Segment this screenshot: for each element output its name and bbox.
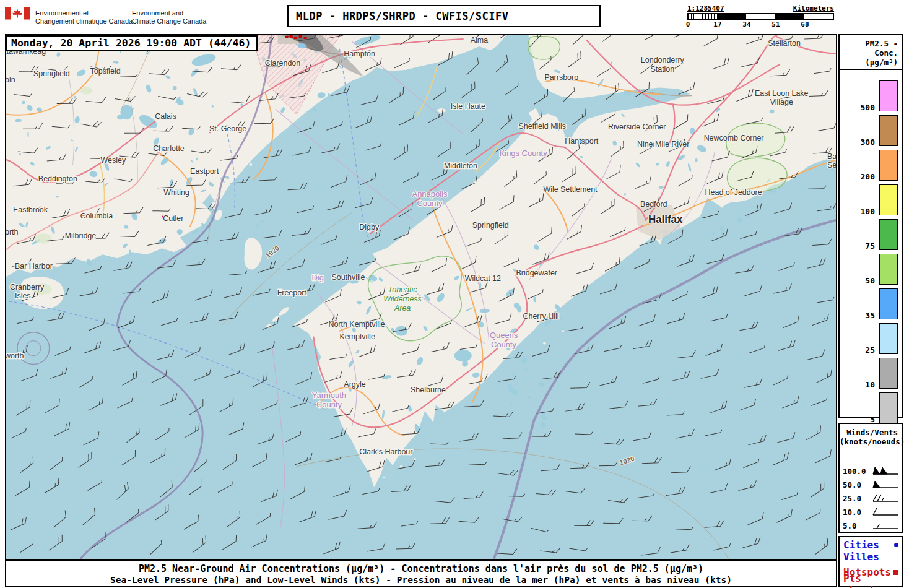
svg-text:Southville: Southville bbox=[331, 273, 365, 282]
svg-text:Newcomb Corner: Newcomb Corner bbox=[704, 134, 764, 142]
svg-text:Bar Harbor: Bar Harbor bbox=[15, 262, 53, 270]
org-name-french: Environnement et Changement climatique C… bbox=[35, 9, 133, 25]
wind-barb-icon bbox=[872, 493, 899, 503]
pm25-level-row: 10 bbox=[840, 354, 902, 389]
pm25-level-row: 100 bbox=[840, 181, 902, 215]
pm25-level-value: 200 bbox=[861, 173, 875, 181]
svg-text:Hantsport: Hantsport bbox=[565, 137, 599, 145]
pm25-level-value: 500 bbox=[861, 103, 875, 111]
svg-text:Cherry Hill: Cherry Hill bbox=[523, 312, 559, 321]
svg-text:Argyle: Argyle bbox=[344, 380, 365, 389]
pm25-level-value: 50 bbox=[865, 277, 875, 285]
svg-text:Middleton: Middleton bbox=[444, 162, 477, 170]
svg-text:Cranberry: Cranberry bbox=[10, 283, 45, 292]
pm25-color-swatch bbox=[879, 392, 898, 423]
svg-text:Wesley: Wesley bbox=[101, 156, 126, 165]
scale-unit-label: Kilometers bbox=[793, 4, 834, 13]
svg-text:Sheffield Mills: Sheffield Mills bbox=[519, 122, 567, 131]
wind-speed-row: 25.0 bbox=[840, 491, 902, 505]
svg-text:Yarmouth: Yarmouth bbox=[312, 391, 346, 400]
svg-text:Village: Village bbox=[770, 98, 793, 106]
svg-text:Dig: Dig bbox=[312, 273, 324, 282]
pm25-color-swatch bbox=[879, 323, 898, 354]
pm25-legend-title: PM2.5 - Conc. bbox=[840, 39, 898, 58]
winds-legend-rows: 100.050.025.010.05.0 bbox=[840, 464, 902, 532]
island bbox=[383, 477, 385, 478]
svg-text:Isle Haute: Isle Haute bbox=[451, 102, 485, 111]
svg-text:Annapolis: Annapolis bbox=[412, 189, 448, 199]
pm25-level-value: 75 bbox=[865, 242, 875, 250]
hotspots-label-fr: Pts chauds bbox=[843, 573, 898, 588]
svg-text:Wildcat 12: Wildcat 12 bbox=[465, 274, 501, 283]
wind-speed-value: 50.0 bbox=[843, 480, 861, 490]
svg-text:St. George: St. George bbox=[209, 124, 246, 133]
svg-text:orth: orth bbox=[6, 228, 19, 236]
svg-text:Head of Jeddore: Head of Jeddore bbox=[705, 188, 762, 197]
product-title-box: MLDP - HRDPS/SHRPD - CWFIS/SCIFV bbox=[287, 5, 601, 27]
canada-flag-icon bbox=[5, 7, 30, 20]
pm25-color-swatch bbox=[879, 219, 898, 250]
island-isle-haute bbox=[437, 108, 446, 113]
wind-speed-row: 100.0 bbox=[840, 464, 902, 478]
scale-tick: 51 bbox=[771, 20, 780, 28]
wind-speed-row: 10.0 bbox=[840, 505, 902, 519]
caption-line1: PM2.5 Near-Ground Air Concentrations (µg… bbox=[6, 563, 836, 574]
pm25-level-row: 5 bbox=[840, 389, 902, 423]
pm25-legend-units: (µg/m³) bbox=[840, 58, 898, 67]
scale-tick: 0 bbox=[686, 20, 690, 28]
pm25-level-row: 25 bbox=[840, 319, 902, 354]
svg-text:Wilderness: Wilderness bbox=[383, 295, 421, 303]
svg-text:Area: Area bbox=[394, 304, 411, 313]
svg-text:Whiting: Whiting bbox=[163, 188, 189, 197]
svg-text:Digby: Digby bbox=[359, 223, 380, 231]
svg-text:Cutler: Cutler bbox=[163, 214, 183, 223]
svg-text:Calais: Calais bbox=[155, 112, 176, 121]
pm25-level-row: 75 bbox=[840, 215, 902, 250]
winds-legend-title: Winds/Vents bbox=[840, 428, 898, 437]
svg-text:Wile Settlement: Wile Settlement bbox=[543, 185, 598, 194]
svg-text:Station: Station bbox=[650, 65, 674, 74]
island bbox=[400, 465, 403, 468]
island bbox=[562, 330, 564, 332]
scale-bar-graphic bbox=[687, 13, 834, 20]
cities-label-fr: Villes bbox=[843, 551, 879, 563]
timestamp-box: Monday, 20 April 2026 19:00 ADT (44/46) bbox=[6, 35, 258, 51]
scale-ratio: 1:1285407 bbox=[687, 4, 724, 13]
pm25-color-swatch bbox=[879, 254, 898, 285]
wind-speed-row: 5.0 bbox=[840, 519, 902, 532]
scale-tick: 34 bbox=[742, 20, 750, 28]
pm25-level-value: 300 bbox=[861, 138, 875, 146]
svg-text:Halifax: Halifax bbox=[648, 214, 683, 225]
winds-legend-units: (knots/noeuds) bbox=[840, 437, 898, 446]
pm25-color-swatch bbox=[879, 115, 898, 146]
pm25-level-value: 100 bbox=[861, 207, 875, 215]
map-graphic: ttawamkeagSpringfieldTopsfieldolnClarend… bbox=[6, 35, 836, 559]
pm25-color-swatch bbox=[879, 80, 898, 111]
svg-text:Bedford: Bedford bbox=[640, 200, 667, 209]
wind-barb-icon bbox=[872, 521, 899, 530]
svg-text:oln: oln bbox=[6, 76, 15, 84]
green-area-fundy bbox=[528, 37, 560, 59]
wind-barb-icon bbox=[872, 466, 899, 476]
svg-text:Kemptville: Kemptville bbox=[339, 332, 375, 341]
map-canvas: ttawamkeagSpringfieldTopsfieldolnClarend… bbox=[5, 34, 837, 560]
island bbox=[249, 163, 252, 166]
svg-text:Eastbrook: Eastbrook bbox=[13, 205, 48, 214]
svg-text:worth: worth bbox=[6, 352, 24, 360]
svg-text:Nine Mile River: Nine Mile River bbox=[637, 140, 689, 149]
city-dot bbox=[894, 543, 898, 547]
wind-speed-value: 100.0 bbox=[843, 467, 866, 476]
svg-text:County: County bbox=[417, 199, 443, 208]
svg-text:Clarendon: Clarendon bbox=[265, 59, 301, 67]
scale-tick: 17 bbox=[713, 20, 721, 28]
wind-speed-value: 10.0 bbox=[843, 508, 861, 517]
pm25-level-row: 300 bbox=[840, 111, 902, 146]
svg-text:Riverside Corner: Riverside Corner bbox=[608, 123, 666, 131]
svg-text:Barkhouse: Barkhouse bbox=[827, 152, 836, 161]
svg-text:Springfield: Springfield bbox=[33, 69, 70, 78]
svg-text:County: County bbox=[491, 340, 517, 349]
forest-patch bbox=[80, 87, 93, 95]
pm25-color-swatch bbox=[879, 150, 898, 181]
map-scale-bar: 1:1285407 Kilometers 017345168 bbox=[687, 4, 834, 28]
svg-text:Freeport: Freeport bbox=[277, 288, 307, 297]
